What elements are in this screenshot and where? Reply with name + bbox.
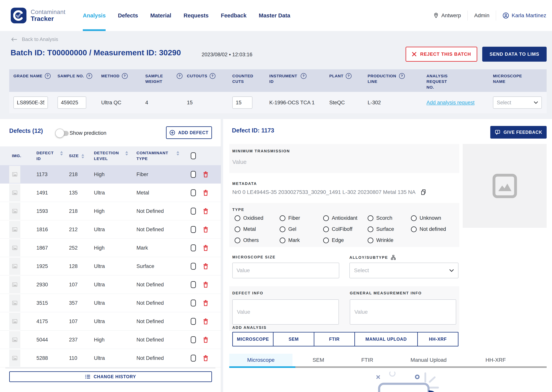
alloy-subtype-select[interactable]: Select bbox=[349, 263, 458, 278]
give-feedback-button[interactable]: GIVE FEEDBACK bbox=[490, 126, 547, 139]
nav-requests[interactable]: Requests bbox=[184, 0, 209, 31]
radio-mark[interactable]: Mark bbox=[280, 237, 300, 243]
help-icon[interactable]: ? bbox=[399, 73, 405, 79]
add-analysis-request-link[interactable]: Add analysis request bbox=[427, 100, 475, 105]
header-contaminant-type[interactable]: CONTAMINANT TYPE bbox=[137, 150, 179, 162]
table-row[interactable]: 4175 107 Ultra Not Defined bbox=[0, 312, 221, 330]
delete-row-button[interactable] bbox=[203, 318, 209, 325]
help-icon[interactable]: ? bbox=[210, 73, 215, 79]
grade-name-input[interactable] bbox=[14, 97, 48, 109]
tab-sem[interactable]: SEM bbox=[292, 354, 344, 366]
table-row[interactable]: 5044 237 High Not Defined bbox=[0, 330, 221, 349]
table-row[interactable]: 1816 212 Ultra Not Defined bbox=[0, 220, 221, 239]
show-prediction-toggle[interactable] bbox=[57, 131, 69, 136]
defect-thumbnail[interactable] bbox=[9, 166, 20, 183]
user-menu[interactable]: Karla Martinez bbox=[502, 12, 546, 19]
row-checkbox[interactable] bbox=[191, 355, 196, 362]
radio-unknown[interactable]: Unknown bbox=[411, 215, 441, 221]
radio-antioxidant[interactable]: Antioxidant bbox=[323, 215, 357, 221]
delete-row-button[interactable] bbox=[203, 245, 209, 251]
delete-row-button[interactable] bbox=[203, 189, 209, 196]
help-icon[interactable]: ? bbox=[87, 73, 92, 79]
general-info-textarea[interactable]: Value bbox=[350, 299, 456, 325]
nav-analysis[interactable]: Analysis bbox=[83, 0, 106, 31]
row-checkbox[interactable] bbox=[191, 208, 196, 215]
defect-thumbnail[interactable] bbox=[9, 294, 20, 312]
defect-thumbnail[interactable] bbox=[9, 331, 20, 348]
delete-row-button[interactable] bbox=[203, 226, 209, 233]
help-icon[interactable]: ? bbox=[122, 73, 128, 79]
tab-hhxrf[interactable]: HH-XRF bbox=[467, 354, 524, 366]
add-microscope-button[interactable]: MICROSCOPE bbox=[233, 332, 274, 346]
copy-icon[interactable] bbox=[421, 189, 426, 195]
defect-thumbnail[interactable] bbox=[9, 313, 20, 330]
row-checkbox[interactable] bbox=[191, 263, 196, 270]
help-icon[interactable]: ? bbox=[346, 73, 351, 79]
microscope-size-input[interactable]: Value bbox=[232, 263, 339, 278]
tab-manual-upload[interactable]: Manual Upload bbox=[390, 354, 467, 366]
radio-wrinkle[interactable]: Wrinkle bbox=[368, 237, 393, 243]
tab-ftir[interactable]: FTIR bbox=[344, 354, 390, 366]
nav-defects[interactable]: Defects bbox=[118, 0, 138, 31]
defect-thumbnail[interactable] bbox=[9, 258, 20, 275]
defect-thumbnail[interactable] bbox=[9, 184, 20, 201]
radio-surface[interactable]: Surface bbox=[368, 226, 394, 232]
row-checkbox[interactable] bbox=[191, 245, 196, 251]
row-checkbox[interactable] bbox=[191, 318, 196, 325]
delete-row-button[interactable] bbox=[203, 336, 209, 343]
table-row[interactable]: 1867 252 High Mark bbox=[0, 239, 221, 257]
delete-row-button[interactable] bbox=[203, 208, 209, 214]
send-to-lims-button[interactable]: SEND DATA TO LIMS bbox=[482, 47, 547, 62]
table-row[interactable]: 2930 107 Ultra Not Defined bbox=[0, 275, 221, 294]
radio-others[interactable]: Others bbox=[235, 237, 259, 243]
row-checkbox[interactable] bbox=[191, 300, 196, 307]
select-all-checkbox[interactable] bbox=[191, 152, 196, 159]
app-logo[interactable]: Contaminant Tracker bbox=[11, 8, 65, 23]
add-ftir-button[interactable]: FTIR bbox=[314, 332, 355, 346]
delete-row-button[interactable] bbox=[203, 300, 209, 306]
row-checkbox[interactable] bbox=[191, 281, 196, 288]
add-sem-button[interactable]: SEM bbox=[274, 332, 314, 346]
table-row[interactable]: 1925 128 Ultra Surface bbox=[0, 257, 221, 275]
microscope-name-select[interactable]: Select bbox=[493, 97, 542, 109]
row-checkbox[interactable] bbox=[191, 336, 196, 343]
reject-batch-button[interactable]: REJECT THIS BATCH bbox=[406, 47, 477, 62]
delete-row-button[interactable] bbox=[203, 263, 209, 269]
header-detection-level[interactable]: DETECTION LEVEL bbox=[94, 150, 128, 162]
header-size[interactable]: SIZE bbox=[69, 153, 84, 159]
header-defect-id[interactable]: DEFECT ID bbox=[36, 150, 63, 162]
defect-thumbnail[interactable] bbox=[9, 203, 20, 220]
radio-gel[interactable]: Gel bbox=[280, 226, 296, 232]
nav-master-data[interactable]: Master Data bbox=[259, 0, 290, 31]
add-defect-button[interactable]: ADD DEFECT bbox=[166, 126, 212, 139]
row-checkbox[interactable] bbox=[191, 171, 196, 178]
add-hhxrf-button[interactable]: HH-XRF bbox=[418, 332, 458, 346]
sort-icon[interactable] bbox=[176, 151, 179, 156]
defect-thumbnail[interactable] bbox=[9, 350, 20, 367]
location-selector[interactable]: Antwerp bbox=[433, 13, 461, 19]
defect-info-textarea[interactable]: Value bbox=[232, 299, 339, 325]
table-row[interactable]: 5288 110 Ultra Not Defined bbox=[0, 349, 221, 367]
defect-thumbnail[interactable] bbox=[9, 221, 20, 238]
admin-menu[interactable]: Admin bbox=[474, 13, 489, 19]
back-to-analysis-link[interactable]: Back to Analysis bbox=[11, 36, 58, 42]
row-checkbox[interactable] bbox=[191, 189, 196, 196]
help-icon[interactable]: ? bbox=[177, 73, 182, 79]
radio-oxidised[interactable]: Oxidised bbox=[235, 215, 263, 221]
tab-microscope[interactable]: Microscope bbox=[229, 354, 292, 366]
table-row[interactable]: 3515 357 Ultra Not Defined bbox=[0, 294, 221, 312]
delete-row-button[interactable] bbox=[203, 171, 209, 178]
defect-thumbnail[interactable] bbox=[9, 239, 20, 257]
radio-not-defined[interactable]: Not defined bbox=[411, 226, 446, 232]
delete-row-button[interactable] bbox=[203, 281, 209, 288]
hierarchy-icon[interactable] bbox=[391, 255, 396, 260]
table-row[interactable]: 1173 218 High Fiber bbox=[0, 165, 221, 183]
add-manual-upload-button[interactable]: MANUAL UPLOAD bbox=[355, 332, 418, 346]
counted-cuts-input[interactable] bbox=[232, 97, 252, 109]
row-checkbox[interactable] bbox=[191, 226, 196, 233]
sort-icon[interactable] bbox=[60, 151, 63, 156]
radio-edge[interactable]: Edge bbox=[323, 237, 344, 243]
radio-metal[interactable]: Metal bbox=[235, 226, 256, 232]
sort-icon[interactable] bbox=[81, 154, 84, 159]
radio-colfiboff[interactable]: ColFiboff bbox=[323, 226, 352, 232]
